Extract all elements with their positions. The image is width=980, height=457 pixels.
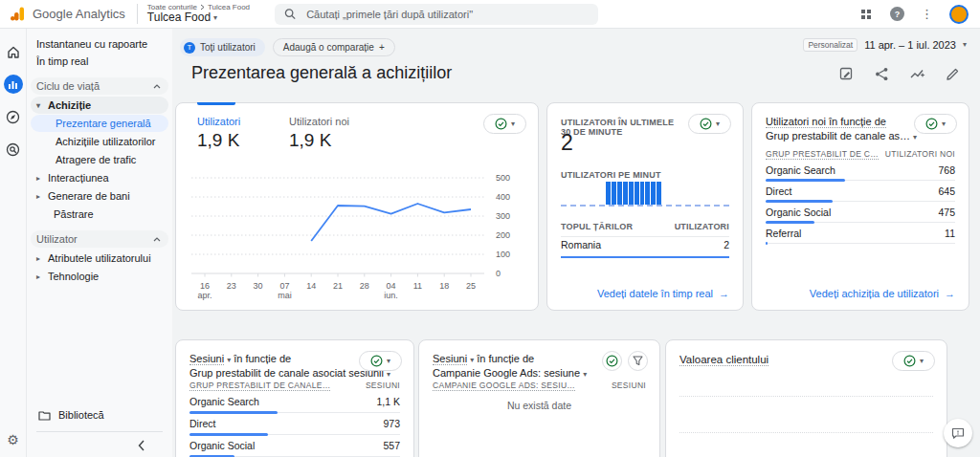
metric-tab-new-users[interactable]: Utilizatori noi 1,9 K xyxy=(289,116,349,151)
sidebar-item-overview[interactable]: Prezentare generală xyxy=(31,115,168,132)
table-row[interactable]: Organic Social475 xyxy=(766,205,955,226)
caret-right-icon: ▸ xyxy=(33,174,44,183)
title-metric[interactable]: Utilizatori noi în funcție de xyxy=(766,116,886,128)
active-metric-indicator xyxy=(197,102,235,105)
table-row[interactable]: Direct645 xyxy=(766,184,955,205)
breadcrumb-property: Tulcea Food xyxy=(208,4,250,12)
data-quality-button[interactable] xyxy=(602,351,622,371)
row-bar xyxy=(766,221,814,224)
search-bar[interactable] xyxy=(275,4,598,25)
sidebar-section-user[interactable]: Utilizator xyxy=(31,230,168,248)
add-comparison-chip[interactable]: Adaugă o comparație + xyxy=(273,38,395,56)
minute-slot xyxy=(629,182,634,205)
metric-label: Utilizatori noi xyxy=(289,116,349,127)
sidebar-item-retention[interactable]: Păstrare xyxy=(27,206,172,223)
row-bar xyxy=(189,411,278,414)
home-icon[interactable] xyxy=(4,42,23,61)
sidebar-section-lifecycle[interactable]: Ciclu de viață xyxy=(31,77,168,95)
arrow-right-icon: → xyxy=(945,288,955,299)
data-quality-dropdown[interactable]: ▾ xyxy=(688,114,731,134)
check-circle-icon xyxy=(700,118,712,130)
tick-month: iun. xyxy=(384,291,398,300)
feedback-button[interactable] xyxy=(944,419,972,447)
minute-slot xyxy=(690,182,695,205)
table-row[interactable]: Direct973 xyxy=(189,416,400,438)
top-bar: Google Analytics Toate conturile Tulcea … xyxy=(0,0,980,29)
sidebar-item-traffic-acquisition[interactable]: Atragere de trafic xyxy=(31,151,168,168)
x-tick-label: 16apr. xyxy=(197,281,212,301)
avatar[interactable] xyxy=(949,5,969,24)
data-quality-dropdown[interactable]: ▾ xyxy=(914,114,957,134)
minute-slot xyxy=(635,182,639,205)
collapse-sidebar-button[interactable] xyxy=(138,440,145,453)
link-label: Vedeți achiziția de utilizatori xyxy=(810,288,939,299)
title-metric[interactable]: Valoarea clientului xyxy=(679,354,768,366)
sidebar-item-engagement[interactable]: ▸ Interacțiunea xyxy=(31,169,168,186)
minute-slot xyxy=(713,182,718,205)
sidebar-item-label: În timp real xyxy=(36,55,88,67)
column-header: GRUP PRESTABILIT DE C… xyxy=(766,149,879,160)
title-connector: în funcție de xyxy=(477,353,534,364)
minute-slot xyxy=(601,182,606,205)
title-dimension[interactable]: Grup prestabilit de canale as… ▾ xyxy=(766,129,917,143)
view-realtime-link[interactable]: Vedeți datele în timp real → xyxy=(597,288,729,299)
more-menu-icon[interactable]: ⋮ xyxy=(921,8,933,20)
minute-slot xyxy=(707,182,712,205)
sidebar-item-snapshot[interactable]: Instantaneu cu rapoarte xyxy=(27,35,172,53)
table-row[interactable]: Organic Social557 xyxy=(189,438,400,457)
sidebar-item-library[interactable]: Bibliotecă xyxy=(27,405,172,424)
sidebar-item-label: Atributele utilizatorului xyxy=(48,252,151,264)
filter-button[interactable] xyxy=(628,351,648,371)
insights-icon[interactable] xyxy=(910,67,925,82)
help-icon[interactable]: ? xyxy=(890,7,904,21)
search-input[interactable] xyxy=(304,8,589,21)
reports-icon[interactable] xyxy=(4,75,23,94)
row-label: Romania xyxy=(561,239,601,250)
all-users-chip[interactable]: T Toți utilizatori xyxy=(180,38,265,56)
customize-report-icon[interactable] xyxy=(839,67,855,82)
data-quality-dropdown[interactable]: ▾ xyxy=(892,351,935,371)
table-row[interactable]: Referral11 xyxy=(766,226,955,247)
data-quality-dropdown[interactable]: ▾ xyxy=(483,114,526,134)
caret-right-icon: ▸ xyxy=(33,192,44,201)
advertising-icon[interactable] xyxy=(4,140,23,159)
title-dimension[interactable]: Grup prestabilit de canale asociat sesiu… xyxy=(189,366,390,381)
edit-icon[interactable] xyxy=(946,67,961,82)
sidebar-item-label: Generare de bani xyxy=(48,190,130,202)
property-selector[interactable]: Tulcea Food ▾ xyxy=(147,11,250,24)
channel-table: Organic Search768Direct645Organic Social… xyxy=(766,163,955,247)
minute-slot xyxy=(702,182,706,205)
sidebar-item-acquisition[interactable]: ▾ Achiziție xyxy=(31,97,168,114)
explore-icon[interactable] xyxy=(4,107,23,126)
date-range-selector[interactable]: Personalizat 11 apr. – 1 iul. 2023 ▾ xyxy=(803,38,967,52)
tick-day: 23 xyxy=(227,281,236,291)
data-quality-dropdown[interactable]: ▾ xyxy=(359,351,402,371)
sidebar-item-tech[interactable]: ▸ Tehnologie xyxy=(31,268,168,285)
sidebar-item-realtime[interactable]: În timp real xyxy=(27,53,172,70)
realtime-user-count: 2 xyxy=(561,130,573,156)
sidebar-item-user-acquisition[interactable]: Achizițiile utilizatorilor xyxy=(31,133,168,150)
table-row[interactable]: Organic Search1,1 K xyxy=(189,394,400,416)
title-connector: în funcție de xyxy=(234,353,291,364)
minute-slot xyxy=(606,182,611,205)
y-tick-label: 500 xyxy=(496,173,510,183)
row-label: Organic Search xyxy=(766,164,835,176)
apps-grid-icon[interactable] xyxy=(858,7,874,22)
table-row[interactable]: Romania 2 xyxy=(561,239,729,258)
admin-gear-icon[interactable]: ⚙ xyxy=(7,432,19,447)
google-analytics-logo[interactable]: Google Analytics xyxy=(0,6,125,22)
row-value: 11 xyxy=(945,228,955,239)
title-metric[interactable]: Sesiuni ▾ în funcție de xyxy=(433,352,587,366)
metric-label: Sesiuni xyxy=(189,353,224,365)
table-row[interactable]: Organic Search768 xyxy=(766,163,955,184)
sidebar-item-user-attributes[interactable]: ▸ Atributele utilizatorului xyxy=(31,250,168,267)
title-dimension[interactable]: Campanie Google Ads: sesiune ▾ xyxy=(433,366,587,381)
account-switcher[interactable]: Toate conturile Tulcea Food Tulcea Food … xyxy=(137,4,250,25)
minute-slot xyxy=(657,182,661,205)
share-icon[interactable] xyxy=(875,67,890,82)
comparison-bar: T Toți utilizatori Adaugă o comparație + xyxy=(180,38,395,56)
metric-tab-users[interactable]: Utilizatori 1,9 K xyxy=(197,116,240,151)
x-tick-label: 14 xyxy=(306,281,316,291)
view-user-acquisition-link[interactable]: Vedeți achiziția de utilizatori → xyxy=(810,288,955,299)
sidebar-item-monetization[interactable]: ▸ Generare de bani xyxy=(31,187,168,205)
